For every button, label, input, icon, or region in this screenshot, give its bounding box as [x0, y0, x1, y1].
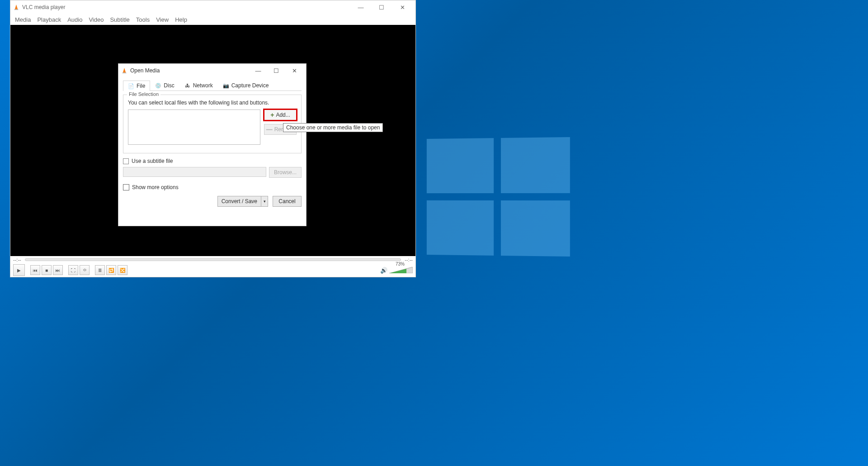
convert-save-label: Convert / Save: [222, 198, 257, 204]
loop-button[interactable]: 🔁: [106, 265, 116, 275]
playlist-button[interactable]: ≣: [95, 265, 105, 275]
volume-percent: 73%: [396, 262, 405, 266]
seek-bar[interactable]: [25, 258, 401, 261]
menu-subtitle[interactable]: Subtitle: [110, 16, 129, 23]
play-button[interactable]: ▶: [13, 264, 25, 276]
tab-label: Network: [193, 82, 213, 89]
dialog-maximize-button[interactable]: ☐: [267, 64, 285, 77]
convert-save-dropdown[interactable]: ▾: [261, 196, 268, 207]
subtitle-label: Use a subtitle file: [132, 158, 173, 164]
file-list[interactable]: [128, 109, 260, 145]
disc-icon: 💿: [155, 82, 161, 89]
convert-save-button[interactable]: Convert / Save: [217, 196, 261, 207]
vlc-title-text: VLC media player: [22, 4, 65, 10]
vlc-cone-icon: [13, 4, 19, 10]
svg-rect-5: [123, 72, 127, 73]
tab-disc[interactable]: 💿 Disc: [150, 80, 179, 90]
subtitle-path-input: [123, 167, 266, 177]
add-button-tooltip: Choose one or more media file to open: [283, 123, 383, 132]
shuffle-button[interactable]: 🔀: [118, 265, 127, 275]
minus-icon: —: [266, 126, 273, 133]
vlc-titlebar[interactable]: VLC media player — ☐ ✕: [10, 0, 415, 14]
tab-file[interactable]: 📄 File: [123, 81, 150, 91]
fullscreen-button[interactable]: ⛶: [68, 265, 78, 275]
speaker-icon[interactable]: 🔊: [380, 267, 387, 274]
windows-logo-icon: [427, 137, 570, 257]
cancel-label: Cancel: [278, 198, 295, 204]
menu-help[interactable]: Help: [175, 16, 187, 23]
svg-marker-0: [15, 5, 18, 10]
subtitle-checkbox[interactable]: [123, 158, 129, 164]
file-selection-hint: You can select local files with the foll…: [128, 100, 297, 106]
browse-label: Browse...: [274, 169, 297, 176]
tab-label: File: [137, 83, 145, 89]
tab-label: Disc: [164, 82, 174, 89]
stop-button[interactable]: ■: [42, 265, 52, 275]
tab-network[interactable]: 🖧 Network: [179, 80, 218, 90]
convert-save-splitbutton[interactable]: Convert / Save ▾: [217, 196, 268, 207]
vlc-menubar: Media Playback Audio Video Subtitle Tool…: [10, 14, 415, 25]
tab-label: Capture Device: [231, 82, 269, 89]
svg-marker-4: [123, 68, 126, 73]
menu-view[interactable]: View: [156, 16, 169, 23]
cancel-button[interactable]: Cancel: [273, 196, 302, 207]
open-media-tabs: 📄 File 💿 Disc 🖧 Network 📷 Capture Device: [123, 80, 302, 91]
network-icon: 🖧: [184, 82, 191, 89]
add-button[interactable]: + Add...: [264, 109, 297, 120]
plus-icon: +: [270, 112, 274, 118]
svg-rect-1: [14, 9, 19, 10]
vlc-controls: ▶ ⏮ ■ ⏭ ⛶ ፨ ≣ 🔁 🔀 🔊 73%: [10, 263, 415, 277]
browse-button: Browse...: [269, 167, 302, 178]
time-total: --:--: [405, 257, 413, 262]
group-label: File Selection: [127, 91, 160, 97]
dialog-title: Open Media: [130, 67, 160, 74]
dialog-close-button[interactable]: ✕: [285, 64, 303, 77]
more-options-label: Show more options: [132, 184, 179, 190]
menu-audio[interactable]: Audio: [67, 16, 82, 23]
time-elapsed: --:--: [13, 257, 21, 262]
file-selection-group: File Selection You can select local file…: [123, 95, 302, 153]
file-icon: 📄: [128, 83, 134, 89]
close-button[interactable]: ✕: [392, 0, 413, 14]
more-options-checkbox[interactable]: [123, 184, 129, 190]
menu-playback[interactable]: Playback: [37, 16, 61, 23]
next-button[interactable]: ⏭: [53, 265, 63, 275]
dialog-minimize-button[interactable]: —: [249, 64, 267, 77]
maximize-button[interactable]: ☐: [371, 0, 392, 14]
dialog-titlebar[interactable]: Open Media — ☐ ✕: [118, 64, 306, 77]
tab-capture[interactable]: 📷 Capture Device: [218, 80, 274, 90]
open-media-dialog: Open Media — ☐ ✕ 📄 File 💿 Disc 🖧 Network…: [118, 63, 307, 226]
menu-tools[interactable]: Tools: [136, 16, 150, 23]
menu-video[interactable]: Video: [89, 16, 104, 23]
ext-settings-button[interactable]: ፨: [80, 265, 90, 275]
add-label: Add...: [276, 112, 290, 118]
menu-media[interactable]: Media: [15, 16, 31, 23]
prev-button[interactable]: ⏮: [30, 265, 40, 275]
minimize-button[interactable]: —: [350, 0, 371, 14]
capture-icon: 📷: [223, 82, 229, 89]
volume-slider[interactable]: 73%: [389, 267, 413, 273]
vlc-cone-icon: [121, 67, 127, 74]
